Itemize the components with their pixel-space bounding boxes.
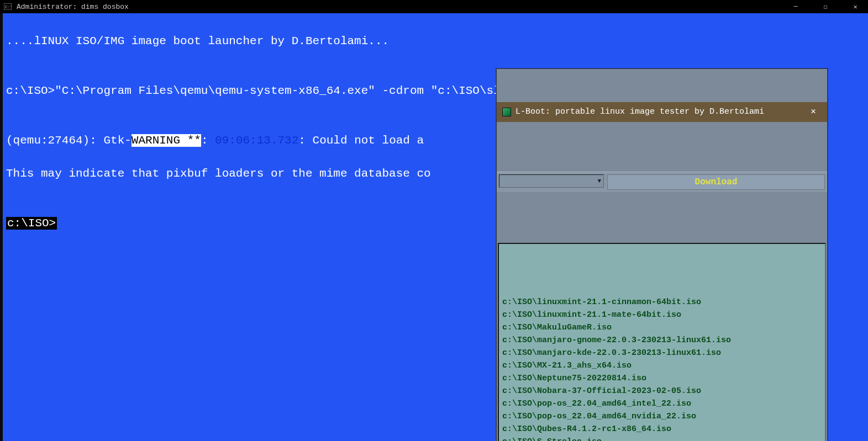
terminal-text: : Could not load a [298, 134, 424, 147]
chevron-down-icon: ▼ [597, 173, 601, 189]
lboot-close-button[interactable]: ✕ [805, 104, 822, 120]
cmd-icon: C:\ [3, 2, 12, 11]
warning-label: WARNING ** [131, 134, 201, 147]
window-titlebar: C:\ Administrator: dims dosbox ─ ☐ ✕ [0, 0, 868, 13]
lboot-toolbar: ▼ Download [497, 172, 827, 192]
lboot-app-icon [502, 108, 511, 116]
iso-list-item[interactable]: c:\ISO\linuxmint-21.1-mate-64bit.iso [501, 309, 824, 321]
close-button[interactable]: ✕ [843, 0, 868, 13]
iso-list-item[interactable]: c:\ISO\MakuluGameR.iso [501, 321, 824, 334]
window-title: Administrator: dims dosbox [17, 3, 129, 11]
terminal[interactable]: ....lINUX ISO/IMG image boot launcher by… [0, 13, 868, 441]
lboot-window: L-Boot: portable linux image tester by D… [496, 68, 828, 441]
timestamp: 09:06:13.732 [215, 134, 298, 147]
terminal-prompt: c:\ISO> [6, 217, 57, 230]
lboot-titlebar[interactable]: L-Boot: portable linux image tester by D… [497, 102, 827, 122]
terminal-line: ....lINUX ISO/IMG image boot launcher by… [6, 33, 868, 50]
iso-list-item[interactable]: c:\ISO\pop-os_22.04_amd64_nvidia_22.iso [501, 410, 824, 423]
iso-list-item[interactable]: c:\ISO\linuxmint-21.1-cinnamon-64bit.iso [501, 296, 824, 309]
iso-list-item[interactable]: c:\ISO\pop-os_22.04_amd64_intel_22.iso [501, 397, 824, 410]
maximize-button[interactable]: ☐ [813, 0, 838, 13]
download-button[interactable]: Download [607, 174, 825, 190]
iso-list-item[interactable]: c:\ISO\MX-21.3_ahs_x64.iso [501, 359, 824, 372]
iso-list-item[interactable]: c:\ISO\manjaro-gnome-22.0.3-230213-linux… [501, 334, 824, 347]
lboot-combo[interactable]: ▼ [499, 174, 604, 188]
iso-list-item[interactable]: c:\ISO\Neptune75-20220814.iso [501, 372, 824, 385]
terminal-text: : [201, 134, 215, 147]
svg-text:C:\: C:\ [5, 4, 12, 9]
lboot-title: L-Boot: portable linux image tester by D… [515, 104, 764, 120]
minimize-button[interactable]: ─ [783, 0, 808, 13]
iso-list-item[interactable]: c:\ISO\S Strelec.iso [501, 435, 824, 441]
iso-list-item[interactable]: c:\ISO\Qubes-R4.1.2-rc1-x86_64.iso [501, 423, 824, 435]
terminal-text: (qemu:27464): Gtk- [6, 134, 131, 147]
iso-list[interactable]: c:\ISO\linuxmint-21.1-cinnamon-64bit.iso… [498, 243, 826, 441]
iso-list-item[interactable]: c:\ISO\manjaro-kde-22.0.3-230213-linux61… [501, 347, 824, 359]
iso-list-item[interactable]: c:\ISO\Nobara-37-Official-2023-02-05.iso [501, 385, 824, 397]
